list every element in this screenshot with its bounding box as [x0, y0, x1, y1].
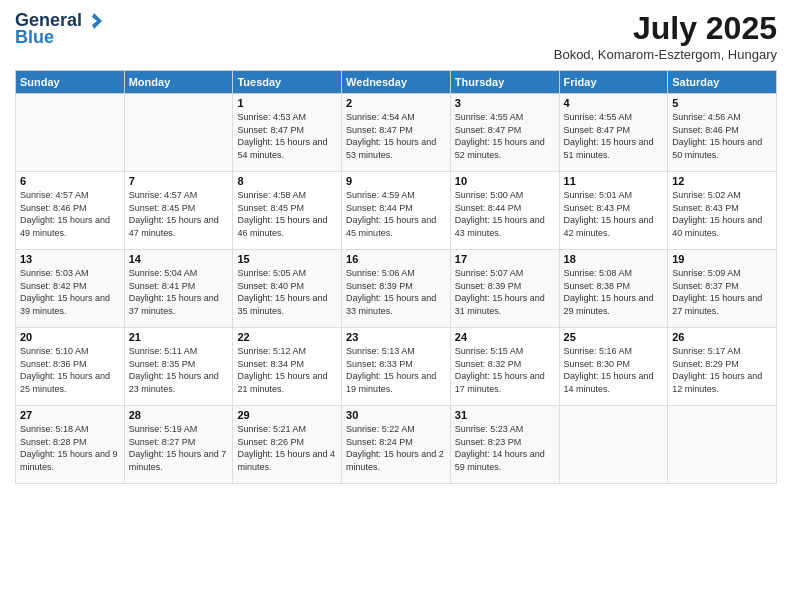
- day-info: Sunrise: 4:53 AM Sunset: 8:47 PM Dayligh…: [237, 111, 337, 161]
- day-info: Sunrise: 5:18 AM Sunset: 8:28 PM Dayligh…: [20, 423, 120, 473]
- day-info: Sunrise: 4:54 AM Sunset: 8:47 PM Dayligh…: [346, 111, 446, 161]
- day-number: 28: [129, 409, 229, 421]
- calendar-header-row: SundayMondayTuesdayWednesdayThursdayFrid…: [16, 71, 777, 94]
- calendar-week-1: 6Sunrise: 4:57 AM Sunset: 8:46 PM Daylig…: [16, 172, 777, 250]
- header: General Blue July 2025 Bokod, Komarom-Es…: [15, 10, 777, 62]
- calendar-cell: [16, 94, 125, 172]
- day-number: 4: [564, 97, 664, 109]
- day-info: Sunrise: 5:10 AM Sunset: 8:36 PM Dayligh…: [20, 345, 120, 395]
- day-number: 8: [237, 175, 337, 187]
- day-number: 24: [455, 331, 555, 343]
- day-info: Sunrise: 5:15 AM Sunset: 8:32 PM Dayligh…: [455, 345, 555, 395]
- calendar-week-2: 13Sunrise: 5:03 AM Sunset: 8:42 PM Dayli…: [16, 250, 777, 328]
- day-info: Sunrise: 5:09 AM Sunset: 8:37 PM Dayligh…: [672, 267, 772, 317]
- day-number: 7: [129, 175, 229, 187]
- calendar-cell: 12Sunrise: 5:02 AM Sunset: 8:43 PM Dayli…: [668, 172, 777, 250]
- calendar-header-tuesday: Tuesday: [233, 71, 342, 94]
- calendar-header-sunday: Sunday: [16, 71, 125, 94]
- calendar-cell: 16Sunrise: 5:06 AM Sunset: 8:39 PM Dayli…: [342, 250, 451, 328]
- calendar-cell: 29Sunrise: 5:21 AM Sunset: 8:26 PM Dayli…: [233, 406, 342, 484]
- day-number: 1: [237, 97, 337, 109]
- day-info: Sunrise: 5:11 AM Sunset: 8:35 PM Dayligh…: [129, 345, 229, 395]
- calendar-cell: 10Sunrise: 5:00 AM Sunset: 8:44 PM Dayli…: [450, 172, 559, 250]
- day-number: 19: [672, 253, 772, 265]
- day-number: 29: [237, 409, 337, 421]
- calendar-cell: 25Sunrise: 5:16 AM Sunset: 8:30 PM Dayli…: [559, 328, 668, 406]
- day-info: Sunrise: 5:07 AM Sunset: 8:39 PM Dayligh…: [455, 267, 555, 317]
- calendar-cell: 22Sunrise: 5:12 AM Sunset: 8:34 PM Dayli…: [233, 328, 342, 406]
- day-number: 5: [672, 97, 772, 109]
- calendar-cell: 19Sunrise: 5:09 AM Sunset: 8:37 PM Dayli…: [668, 250, 777, 328]
- day-info: Sunrise: 5:06 AM Sunset: 8:39 PM Dayligh…: [346, 267, 446, 317]
- day-number: 31: [455, 409, 555, 421]
- day-info: Sunrise: 5:16 AM Sunset: 8:30 PM Dayligh…: [564, 345, 664, 395]
- day-info: Sunrise: 5:02 AM Sunset: 8:43 PM Dayligh…: [672, 189, 772, 239]
- day-number: 2: [346, 97, 446, 109]
- day-number: 26: [672, 331, 772, 343]
- day-number: 6: [20, 175, 120, 187]
- calendar-cell: 24Sunrise: 5:15 AM Sunset: 8:32 PM Dayli…: [450, 328, 559, 406]
- day-info: Sunrise: 4:57 AM Sunset: 8:46 PM Dayligh…: [20, 189, 120, 239]
- day-number: 3: [455, 97, 555, 109]
- day-info: Sunrise: 5:22 AM Sunset: 8:24 PM Dayligh…: [346, 423, 446, 473]
- day-number: 12: [672, 175, 772, 187]
- calendar-header-saturday: Saturday: [668, 71, 777, 94]
- day-number: 27: [20, 409, 120, 421]
- calendar-cell: 13Sunrise: 5:03 AM Sunset: 8:42 PM Dayli…: [16, 250, 125, 328]
- day-number: 25: [564, 331, 664, 343]
- day-number: 18: [564, 253, 664, 265]
- calendar-cell: 17Sunrise: 5:07 AM Sunset: 8:39 PM Dayli…: [450, 250, 559, 328]
- logo-icon: [84, 11, 104, 31]
- calendar-cell: 4Sunrise: 4:55 AM Sunset: 8:47 PM Daylig…: [559, 94, 668, 172]
- calendar-cell: 11Sunrise: 5:01 AM Sunset: 8:43 PM Dayli…: [559, 172, 668, 250]
- day-number: 15: [237, 253, 337, 265]
- day-number: 21: [129, 331, 229, 343]
- day-number: 9: [346, 175, 446, 187]
- day-info: Sunrise: 5:01 AM Sunset: 8:43 PM Dayligh…: [564, 189, 664, 239]
- day-number: 30: [346, 409, 446, 421]
- calendar-cell: 3Sunrise: 4:55 AM Sunset: 8:47 PM Daylig…: [450, 94, 559, 172]
- day-number: 20: [20, 331, 120, 343]
- calendar-cell: 23Sunrise: 5:13 AM Sunset: 8:33 PM Dayli…: [342, 328, 451, 406]
- calendar-cell: [559, 406, 668, 484]
- day-number: 11: [564, 175, 664, 187]
- day-info: Sunrise: 5:19 AM Sunset: 8:27 PM Dayligh…: [129, 423, 229, 473]
- calendar-week-4: 27Sunrise: 5:18 AM Sunset: 8:28 PM Dayli…: [16, 406, 777, 484]
- day-info: Sunrise: 5:13 AM Sunset: 8:33 PM Dayligh…: [346, 345, 446, 395]
- calendar-cell: 14Sunrise: 5:04 AM Sunset: 8:41 PM Dayli…: [124, 250, 233, 328]
- logo: General Blue: [15, 10, 104, 48]
- calendar-cell: 31Sunrise: 5:23 AM Sunset: 8:23 PM Dayli…: [450, 406, 559, 484]
- day-number: 23: [346, 331, 446, 343]
- calendar-cell: 21Sunrise: 5:11 AM Sunset: 8:35 PM Dayli…: [124, 328, 233, 406]
- calendar-header-friday: Friday: [559, 71, 668, 94]
- day-info: Sunrise: 4:55 AM Sunset: 8:47 PM Dayligh…: [564, 111, 664, 161]
- calendar-cell: 1Sunrise: 4:53 AM Sunset: 8:47 PM Daylig…: [233, 94, 342, 172]
- day-info: Sunrise: 5:04 AM Sunset: 8:41 PM Dayligh…: [129, 267, 229, 317]
- day-info: Sunrise: 4:57 AM Sunset: 8:45 PM Dayligh…: [129, 189, 229, 239]
- title-block: July 2025 Bokod, Komarom-Esztergom, Hung…: [554, 10, 777, 62]
- calendar-cell: 9Sunrise: 4:59 AM Sunset: 8:44 PM Daylig…: [342, 172, 451, 250]
- day-info: Sunrise: 5:08 AM Sunset: 8:38 PM Dayligh…: [564, 267, 664, 317]
- day-info: Sunrise: 5:03 AM Sunset: 8:42 PM Dayligh…: [20, 267, 120, 317]
- calendar-cell: 26Sunrise: 5:17 AM Sunset: 8:29 PM Dayli…: [668, 328, 777, 406]
- day-number: 13: [20, 253, 120, 265]
- calendar-cell: 8Sunrise: 4:58 AM Sunset: 8:45 PM Daylig…: [233, 172, 342, 250]
- day-number: 16: [346, 253, 446, 265]
- day-number: 17: [455, 253, 555, 265]
- day-info: Sunrise: 5:17 AM Sunset: 8:29 PM Dayligh…: [672, 345, 772, 395]
- day-info: Sunrise: 4:59 AM Sunset: 8:44 PM Dayligh…: [346, 189, 446, 239]
- calendar-table: SundayMondayTuesdayWednesdayThursdayFrid…: [15, 70, 777, 484]
- day-info: Sunrise: 4:56 AM Sunset: 8:46 PM Dayligh…: [672, 111, 772, 161]
- calendar-header-monday: Monday: [124, 71, 233, 94]
- location: Bokod, Komarom-Esztergom, Hungary: [554, 47, 777, 62]
- page-container: General Blue July 2025 Bokod, Komarom-Es…: [0, 0, 792, 612]
- day-info: Sunrise: 5:23 AM Sunset: 8:23 PM Dayligh…: [455, 423, 555, 473]
- calendar-cell: 28Sunrise: 5:19 AM Sunset: 8:27 PM Dayli…: [124, 406, 233, 484]
- day-number: 14: [129, 253, 229, 265]
- calendar-cell: 6Sunrise: 4:57 AM Sunset: 8:46 PM Daylig…: [16, 172, 125, 250]
- logo-blue-text: Blue: [15, 27, 54, 48]
- day-info: Sunrise: 5:21 AM Sunset: 8:26 PM Dayligh…: [237, 423, 337, 473]
- calendar-header-wednesday: Wednesday: [342, 71, 451, 94]
- calendar-cell: 5Sunrise: 4:56 AM Sunset: 8:46 PM Daylig…: [668, 94, 777, 172]
- calendar-week-0: 1Sunrise: 4:53 AM Sunset: 8:47 PM Daylig…: [16, 94, 777, 172]
